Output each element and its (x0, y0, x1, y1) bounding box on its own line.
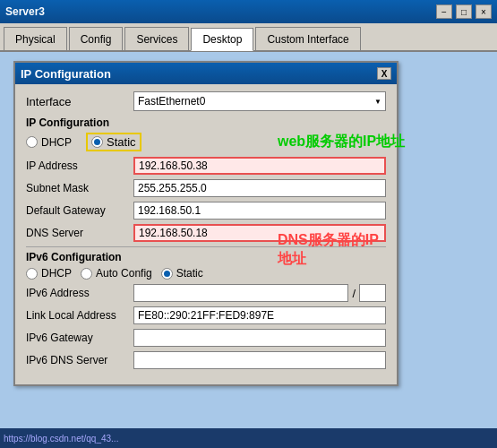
subnet-mask-input[interactable] (133, 179, 386, 197)
static-radio-dot (94, 139, 100, 145)
interface-select[interactable]: FastEthernet0 ▼ (133, 91, 386, 111)
ipv6-static-radio-circle[interactable] (161, 268, 173, 280)
ipv6-gateway-input[interactable] (133, 329, 386, 347)
dialog-title-bar: IP Configuration X (15, 63, 397, 84)
ipv6-auto-radio[interactable]: Auto Config (81, 267, 152, 280)
window-title-bar: Server3 − □ × (0, 0, 497, 23)
ipv6-gateway-row: IPv6 Gateway (26, 329, 386, 347)
ipv6-auto-radio-circle[interactable] (81, 268, 92, 280)
ipv6-gateway-label: IPv6 Gateway (26, 332, 133, 344)
ip-address-row: IP Address (26, 157, 386, 175)
link-local-row: Link Local Address (26, 306, 386, 324)
ipv6-dns-row: IPv6 DNS Server (26, 351, 386, 369)
static-label: Static (107, 135, 136, 149)
dhcp-radio[interactable]: DHCP (26, 136, 72, 149)
dns-server-label: DNS Server (26, 227, 133, 239)
ipv6-dhcp-label: DHCP (41, 267, 72, 280)
tab-bar: Physical Config Services Desktop Custom … (0, 23, 497, 52)
ipv6-radio-row: DHCP Auto Config Static (26, 267, 386, 280)
ipv6-dns-input[interactable] (133, 351, 386, 369)
ip-address-input[interactable] (133, 157, 386, 175)
main-content: IP Configuration X Interface FastEtherne… (0, 52, 497, 448)
link-local-input[interactable] (133, 306, 386, 324)
window-controls: − □ × (436, 4, 492, 19)
ipv6-static-label: Static (176, 267, 203, 280)
window-title: Server3 (5, 5, 45, 18)
ipv6-static-radio-dot (164, 271, 170, 277)
ipv6-dhcp-radio-circle[interactable] (26, 268, 38, 280)
minimize-button[interactable]: − (436, 4, 452, 19)
ipv6-static-radio[interactable]: Static (161, 267, 203, 280)
default-gateway-row: Default Gateway (26, 202, 386, 220)
interface-value: FastEthernet0 (138, 95, 205, 108)
dialog-title: IP Configuration (21, 67, 111, 81)
tab-physical[interactable]: Physical (4, 27, 67, 50)
default-gateway-input[interactable] (133, 202, 386, 220)
ipv6-dhcp-radio[interactable]: DHCP (26, 267, 72, 280)
static-radio-circle[interactable] (91, 136, 103, 148)
close-button[interactable]: × (476, 4, 492, 19)
ipv6-address-label: IPv6 Address (26, 287, 133, 299)
maximize-button[interactable]: □ (456, 4, 472, 19)
ip-config-heading: IP Configuration (26, 116, 386, 129)
slash-separator: / (352, 287, 356, 300)
default-gateway-label: Default Gateway (26, 204, 133, 217)
tab-config[interactable]: Config (69, 27, 124, 50)
dns-annotation: DNS服务器的IP地址 (278, 231, 385, 269)
interface-row: Interface FastEthernet0 ▼ (26, 91, 386, 111)
dhcp-label: DHCP (41, 136, 72, 149)
bottom-bar: https://blog.csdn.net/qq_43... (0, 428, 497, 448)
ipv6-address-input[interactable] (133, 284, 348, 302)
subnet-mask-row: Subnet Mask (26, 179, 386, 197)
dhcp-radio-circle[interactable] (26, 136, 38, 148)
subnet-mask-label: Subnet Mask (26, 182, 133, 194)
interface-label: Interface (26, 95, 133, 108)
static-radio-box: Static (86, 133, 141, 151)
ipv6-dns-label: IPv6 DNS Server (26, 354, 133, 366)
tab-desktop[interactable]: Desktop (191, 28, 253, 51)
ip-address-label: IP Address (26, 159, 133, 172)
bottom-bar-text: https://blog.csdn.net/qq_43... (4, 434, 118, 444)
ipv6-auto-label: Auto Config (96, 267, 152, 280)
ip-configuration-dialog: IP Configuration X Interface FastEtherne… (13, 61, 398, 386)
dialog-close-button[interactable]: X (377, 67, 391, 80)
dropdown-arrow-icon: ▼ (374, 98, 381, 106)
ipv6-prefix-input[interactable] (359, 284, 386, 302)
link-local-label: Link Local Address (26, 309, 133, 322)
tab-services[interactable]: Services (124, 27, 189, 50)
tab-custom-interface[interactable]: Custom Interface (255, 27, 360, 50)
ipv6-address-row: IPv6 Address / (26, 284, 386, 302)
web-annotation: web服务器的IP地址 (278, 133, 405, 151)
